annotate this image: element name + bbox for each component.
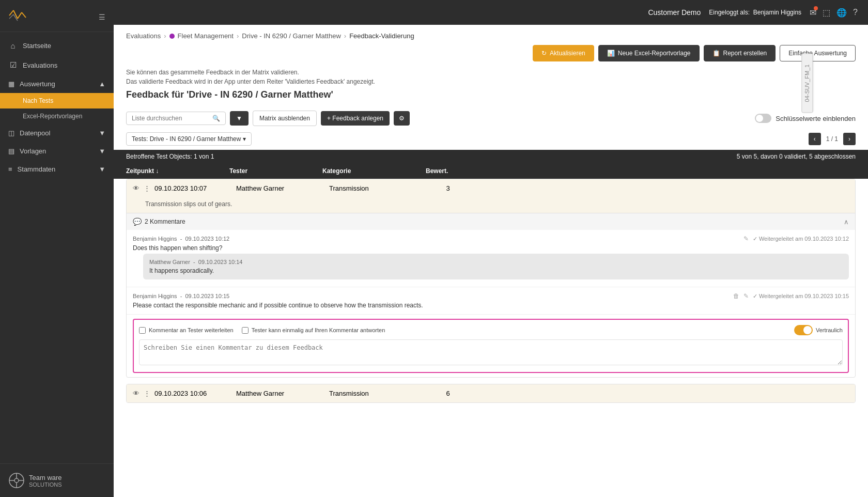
delete-icon[interactable]: 🗑 — [733, 292, 739, 300]
more-icon-2[interactable]: ⋮ — [144, 390, 150, 397]
test-selector-dropdown[interactable]: Tests: Drive - IN 6290 / Garner Matthew … — [126, 132, 252, 146]
sidebar-item-datenpool[interactable]: ◫ Datenpool ▼ — [0, 124, 114, 142]
actions-row: ↻ Aktualisieren 📊 Neue Excel-Reportvorla… — [114, 45, 868, 68]
sidebar-item-label: Vorlagen — [20, 147, 46, 155]
toggle-knob-vertraulich — [803, 326, 812, 334]
mail-icon[interactable]: ✉ — [810, 8, 816, 18]
search-box: 🔍 — [126, 112, 226, 125]
info-line2: Das validierte Feedback wird in der App … — [126, 77, 856, 86]
vorlagen-icon: ▤ — [8, 147, 14, 155]
sidebar-item-auswertung[interactable]: ▦ Auswertung ▲ — [0, 75, 114, 93]
edit-icon[interactable]: ✎ — [743, 235, 749, 242]
header-zeitpunkt: Zeitpunkt ↓ — [126, 167, 229, 175]
stammdaten-left: ≡ Stammdaten — [8, 165, 55, 173]
filter-row: 🔍 ▼ Matrix ausblenden + Feedback anlegen… — [114, 106, 868, 130]
logout-icon[interactable]: ⬚ — [823, 8, 830, 18]
reply-text-1: It happens sporadically. — [149, 267, 843, 274]
refresh-icon: ↻ — [541, 50, 547, 57]
comment-entry-2: Benjamin Higgins - 09.10.2023 10:15 🗑 ✎ … — [127, 287, 855, 315]
reply-label: Tester kann einmalig auf Ihren Kommentar… — [252, 327, 385, 333]
simple-eval-label: Einfache Auswertung — [788, 50, 847, 57]
option-reply-once: Tester kann einmalig auf Ihren Kommentar… — [242, 327, 385, 334]
topbar-user-info: Eingeloggt als: Benjamin Higgins — [709, 9, 801, 16]
breadcrumb: Evaluations › Fleet Management › Drive -… — [114, 25, 868, 45]
comment-forwarded-2: ✓ Weitergeleitet am 09.10.2023 10:15 — [753, 293, 849, 300]
new-comment-textarea[interactable] — [139, 339, 843, 365]
chevron-down-icon: ▼ — [99, 165, 105, 173]
forward-label: Kommentar an Tester weiterleiten — [149, 327, 234, 333]
sidebar-item-startseite[interactable]: ⌂ Startseite — [0, 36, 114, 55]
feedback-tester-1: Matthew Garner — [236, 184, 329, 192]
vorlagen-left: ▤ Vorlagen — [8, 147, 46, 155]
next-page-button[interactable]: › — [843, 133, 856, 145]
footer-brand: Team ware SOLUTIONS — [29, 474, 62, 488]
sidebar-item-excel-reportvorlagen[interactable]: Excel-Reportvorlagen — [0, 108, 114, 124]
option-forward-to-tester: Kommentar an Tester weiterleiten — [139, 327, 234, 334]
sidebar-item-nach-tests[interactable]: Nach Tests — [0, 93, 114, 108]
reply-checkbox[interactable] — [242, 327, 249, 334]
toggle-container: Vertraulich — [794, 325, 843, 335]
globe-icon[interactable]: 🌐 — [836, 8, 847, 18]
comments-header-1[interactable]: 💬 2 Kommentare ∧ — [127, 213, 855, 230]
content-area: Evaluations › Fleet Management › Drive -… — [114, 25, 868, 497]
teamware-logo — [8, 472, 25, 489]
footer-text: Team ware — [29, 474, 62, 482]
topbar-logged-in-label: Eingeloggt als: — [709, 9, 750, 16]
sidebar-collapse-button[interactable]: ☰ — [99, 13, 105, 21]
sidebar-item-evaluations[interactable]: ☑ Evaluations — [0, 55, 114, 75]
comment-author-2: Benjamin Higgins - 09.10.2023 10:15 — [133, 293, 229, 299]
forward-checkbox[interactable] — [139, 327, 146, 334]
new-excel-label: Neue Excel-Reportvorlage — [618, 50, 691, 57]
breadcrumb-sep-3: › — [344, 32, 346, 40]
header-kategorie-label: Kategorie — [322, 167, 351, 175]
header-bewert: Bewert. — [426, 167, 477, 175]
edit-icon-2[interactable]: ✎ — [743, 292, 749, 300]
new-comment-box-1: Kommentar an Tester weiterleiten Tester … — [133, 319, 849, 373]
create-report-label: Report erstellen — [723, 50, 767, 57]
hide-matrix-button[interactable]: Matrix ausblenden — [253, 111, 317, 126]
diagonal-label-area: 04-SUV_FM_1 — [778, 77, 837, 89]
sidebar-item-stammdaten[interactable]: ≡ Stammdaten ▼ — [0, 160, 114, 178]
feedback-time-1: 09.10.2023 10:07 — [154, 184, 207, 192]
feedback-row-controls-1: 👁 ⋮ 09.10.2023 10:07 — [133, 184, 236, 192]
sidebar: ☰ ⌂ Startseite ☑ Evaluations ▦ Auswertun… — [0, 0, 114, 497]
sidebar-item-label: Auswertung — [20, 80, 55, 88]
new-excel-button[interactable]: 📊 Neue Excel-Reportvorlage — [598, 45, 700, 61]
create-report-button[interactable]: 📋 Report erstellen — [704, 45, 776, 61]
help-icon[interactable]: ? — [853, 8, 858, 17]
comments-count-1: 2 Kommentare — [145, 218, 185, 225]
schluesselwerte-toggle[interactable] — [755, 114, 771, 123]
search-input[interactable] — [132, 115, 209, 122]
feedback-list: 👁 ⋮ 09.10.2023 10:07 Matthew Garner Tran… — [114, 179, 868, 497]
filter-button[interactable]: ▼ — [230, 111, 249, 126]
breadcrumb-evaluations[interactable]: Evaluations — [126, 32, 161, 40]
sidebar-item-vorlagen[interactable]: ▤ Vorlagen ▼ — [0, 142, 114, 160]
topbar-username: Benjamin Higgins — [753, 9, 801, 16]
feedback-rating-1: 3 — [432, 184, 463, 192]
breadcrumb-fleet-management[interactable]: Fleet Management — [178, 32, 234, 40]
eye-icon-2[interactable]: 👁 — [133, 390, 140, 397]
collapse-comments-icon[interactable]: ∧ — [844, 218, 849, 226]
info-section: Sie können das gesammelte Feedback in de… — [114, 68, 868, 106]
prev-page-button[interactable]: ‹ — [809, 133, 821, 145]
main-area: Customer Demo Eingeloggt als: Benjamin H… — [114, 0, 868, 497]
add-feedback-button[interactable]: + Feedback anlegen — [321, 111, 390, 126]
vertraulich-toggle[interactable] — [794, 325, 813, 335]
auswertung-icon: ▦ — [8, 80, 14, 88]
breadcrumb-dot — [169, 34, 175, 39]
settings-button[interactable]: ⚙ — [394, 111, 410, 126]
comment-actions-1: ✎ ✓ Weitergeleitet am 09.10.2023 10:12 — [743, 235, 849, 242]
feedback-item-2: 👁 ⋮ 09.10.2023 10:06 Matthew Garner Tran… — [126, 384, 856, 403]
footer-subtitle: SOLUTIONS — [29, 482, 62, 488]
new-comment-options: Kommentar an Tester weiterleiten Tester … — [139, 325, 843, 335]
more-icon[interactable]: ⋮ — [144, 184, 150, 192]
breadcrumb-sep-1: › — [164, 32, 166, 40]
simple-eval-button[interactable]: Einfache Auswertung — [780, 45, 856, 61]
sidebar-footer: Team ware SOLUTIONS — [0, 463, 114, 497]
breadcrumb-drive[interactable]: Drive - IN 6290 / Garner Matthew — [242, 32, 340, 40]
eye-icon[interactable]: 👁 — [133, 184, 140, 192]
refresh-button[interactable]: ↻ Aktualisieren — [533, 45, 594, 61]
topbar-demo-label: Customer Demo — [648, 8, 701, 17]
topbar: Customer Demo Eingeloggt als: Benjamin H… — [114, 0, 868, 25]
datenpool-icon: ◫ — [8, 129, 14, 137]
